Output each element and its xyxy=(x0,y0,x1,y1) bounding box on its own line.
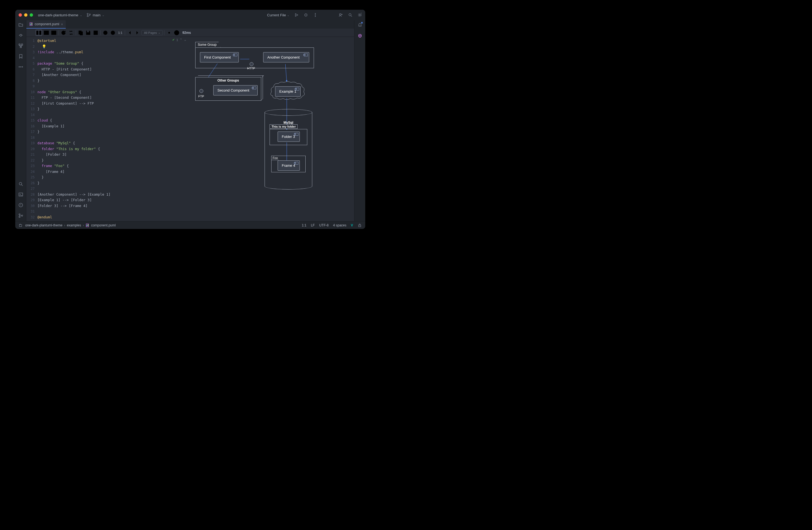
line-ending[interactable]: LF xyxy=(311,224,315,227)
refresh-button[interactable] xyxy=(60,29,67,36)
editor-area: component.puml × ⋮ xyxy=(26,20,354,221)
view-split-button[interactable] xyxy=(35,29,42,36)
inspection-widget[interactable]: ✔ 1 ⌃ ⌄ xyxy=(172,38,186,42)
commit-tool-button[interactable] xyxy=(18,32,24,38)
svg-point-2 xyxy=(89,14,90,15)
svg-rect-41 xyxy=(87,225,88,226)
zoom-in-button[interactable] xyxy=(102,29,109,36)
git-tool-button[interactable] xyxy=(18,213,24,218)
readonly-lock-icon[interactable] xyxy=(358,223,362,228)
run-config-label: Current File xyxy=(267,13,286,17)
svg-rect-33 xyxy=(94,30,98,35)
auto-refresh-button[interactable] xyxy=(68,29,74,36)
svg-point-1 xyxy=(87,16,88,17)
database-label: MySql xyxy=(264,121,312,125)
folder-container: This is my folder Folder 3 xyxy=(270,129,307,145)
diagram-preview[interactable]: Some Group First Component Another Compo… xyxy=(189,37,354,221)
copy-button[interactable] xyxy=(77,29,84,36)
maximize-window-button[interactable] xyxy=(30,13,33,17)
svg-rect-25 xyxy=(31,23,32,25)
notifications-button[interactable] xyxy=(358,23,362,27)
run-config-selector[interactable]: Current File ⌄ xyxy=(267,13,289,17)
structure-tool-button[interactable] xyxy=(18,43,24,48)
code-body[interactable]: @startuml 💡 !include ../theme.puml packa… xyxy=(38,37,189,221)
component-second: Second Component xyxy=(213,85,258,96)
editor-tab[interactable]: component.puml × xyxy=(26,20,66,29)
nav-back-button[interactable] xyxy=(127,29,133,36)
branch-name-label: main xyxy=(92,13,100,17)
close-window-button[interactable] xyxy=(18,13,22,17)
save-button[interactable] xyxy=(85,29,91,36)
breadcrumb[interactable]: one-dark-plantuml-theme › examples › com… xyxy=(25,224,116,227)
problems-tool-button[interactable] xyxy=(18,202,24,208)
svg-rect-27 xyxy=(39,30,42,35)
component-icon xyxy=(252,87,256,89)
inspection-count: 1 xyxy=(176,38,178,42)
breadcrumb-segment[interactable]: one-dark-plantuml-theme xyxy=(25,224,62,227)
bookmarks-tool-button[interactable] xyxy=(18,54,24,59)
package-label: Some Group xyxy=(195,42,221,47)
svg-rect-12 xyxy=(21,44,23,45)
page-selector-label: All Pages xyxy=(144,31,157,34)
plantuml-tool-button[interactable] xyxy=(358,33,362,38)
breadcrumb-segment[interactable]: examples xyxy=(67,224,81,227)
vcs-branch-selector[interactable]: main ⌄ xyxy=(87,13,104,17)
component-icon xyxy=(233,54,237,56)
vim-indicator[interactable]: V xyxy=(351,224,353,227)
ftp-label: FTP xyxy=(198,95,204,98)
svg-rect-13 xyxy=(20,46,21,48)
run-button[interactable] xyxy=(294,13,299,17)
more-actions-button[interactable] xyxy=(313,13,318,17)
more-tools-button[interactable] xyxy=(18,64,24,70)
chevron-down-icon: ⌄ xyxy=(80,14,82,17)
tab-options-button[interactable]: ⋮ xyxy=(359,12,363,16)
view-list-button[interactable] xyxy=(28,29,35,36)
svg-point-20 xyxy=(19,214,20,215)
tab-filename: component.puml xyxy=(35,22,59,26)
cursor-position[interactable]: 1:1 xyxy=(302,224,306,227)
minimize-window-button[interactable] xyxy=(24,13,27,17)
zoom-out-button[interactable] xyxy=(110,29,116,36)
code-with-me-button[interactable] xyxy=(338,13,343,17)
component-folder3: Folder 3 xyxy=(278,131,300,142)
svg-point-35 xyxy=(111,30,115,35)
file-icon xyxy=(29,22,33,26)
export-button[interactable] xyxy=(92,29,99,36)
chevron-down-icon: ⌄ xyxy=(287,14,289,17)
status-bar: one-dark-plantuml-theme › examples › com… xyxy=(15,221,365,229)
chevron-up-icon[interactable]: ⌃ xyxy=(180,38,182,42)
close-tab-button[interactable]: × xyxy=(61,22,63,26)
file-encoding[interactable]: UTF-8 xyxy=(319,224,329,227)
svg-rect-43 xyxy=(359,225,361,227)
svg-point-5 xyxy=(315,15,316,15)
package-some-group: Some Group First Component Another Compo… xyxy=(195,47,314,68)
right-tool-strip xyxy=(354,20,365,221)
svg-point-10 xyxy=(20,34,21,37)
terminal-tool-button[interactable] xyxy=(18,192,24,197)
indent-setting[interactable]: 4 spaces xyxy=(333,224,346,227)
find-tool-button[interactable] xyxy=(18,181,24,187)
frame-label: Foo xyxy=(271,156,280,160)
project-selector[interactable]: one-dark-plantuml-theme ⌄ xyxy=(38,13,82,17)
page-selector[interactable]: All Pages ⌄ xyxy=(142,30,162,35)
project-tool-button[interactable] xyxy=(18,22,24,27)
view-preview-button[interactable] xyxy=(43,29,49,36)
svg-point-3 xyxy=(305,14,307,16)
chevron-down-icon[interactable]: ⌄ xyxy=(184,38,186,42)
view-image-button[interactable] xyxy=(50,29,57,36)
svg-point-17 xyxy=(19,182,21,185)
nav-forward-button[interactable] xyxy=(134,29,141,36)
render-timing-label: 92ms xyxy=(183,31,191,35)
component-icon xyxy=(295,88,299,90)
help-button[interactable] xyxy=(173,29,180,36)
breadcrumb-segment[interactable]: component.puml xyxy=(91,224,116,227)
search-everywhere-button[interactable] xyxy=(348,13,352,17)
code-editor[interactable]: 1234567891011121314151617181920212223242… xyxy=(26,37,189,221)
chevron-down-icon: ⌄ xyxy=(158,31,160,34)
check-icon: ✔ xyxy=(172,38,175,42)
component-frame4: Frame 4 xyxy=(278,160,300,171)
settings-gear-button[interactable] xyxy=(166,29,173,36)
component-icon xyxy=(304,54,308,56)
window-controls xyxy=(18,13,33,17)
debug-button[interactable] xyxy=(304,13,308,17)
